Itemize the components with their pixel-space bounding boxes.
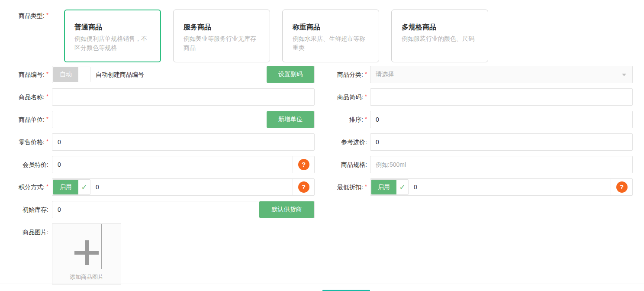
form-row: 商品单位:* 新增单位 排序:*: [0, 111, 644, 128]
card-service-product[interactable]: 服务商品 例如美业等服务行业无库存商品: [173, 10, 270, 62]
card-desc: 例如服装行业的颜色、尺码: [402, 34, 480, 43]
toggle-label: 启用: [53, 180, 78, 194]
label-text: 初始库存:: [23, 206, 48, 213]
points-mode-field: 启用 ✓ ?: [52, 178, 315, 196]
product-form: 商品类型:* 普通商品 例如便利店单规格销售，不区分颜色等规格 服务商品 例如美…: [0, 0, 644, 285]
spec-input[interactable]: [370, 156, 632, 173]
required-mark: *: [46, 12, 48, 18]
sort-label: 排序:*: [315, 111, 367, 128]
spec-label: 商品规格:: [315, 156, 367, 173]
label-text: 参考进价:: [341, 139, 367, 146]
required-mark: *: [365, 116, 367, 122]
label-text: 商品简码:: [337, 94, 363, 100]
form-row: 商品编号:* 自动 设置副码 商品分类:* 请选择: [0, 66, 644, 83]
member-price-input[interactable]: [52, 156, 293, 173]
label-text: 商品类型:: [19, 12, 45, 19]
sort-input[interactable]: [370, 111, 632, 128]
card-weighed-product[interactable]: 称重商品 例如水果店、生鲜超市等称重类: [282, 10, 379, 62]
reference-price-input-group: [370, 133, 633, 151]
unit-field: 新增单位: [52, 111, 315, 128]
short-code-input-group: [370, 88, 633, 106]
required-mark: *: [365, 93, 367, 100]
min-discount-field: 启用 ✓ ?: [370, 178, 633, 196]
help-icon[interactable]: ?: [298, 159, 309, 170]
retail-price-field: [52, 133, 315, 151]
product-name-input[interactable]: [52, 89, 314, 105]
sort-input-group: [370, 111, 633, 128]
category-label: 商品分类:*: [315, 66, 367, 83]
card-desc: 例如水果店、生鲜超市等称重类: [293, 34, 371, 52]
toggle-label: 自动: [53, 67, 78, 82]
product-image-row: 商品图片: 添加商品图片: [0, 223, 644, 285]
points-mode-input[interactable]: [90, 179, 293, 195]
label-text: 商品分类:: [337, 71, 363, 78]
unit-input-group: 新增单位: [52, 111, 315, 128]
product-code-label: 商品编号:*: [0, 66, 48, 83]
form-row: 会员特价: ? 商品规格:: [0, 156, 644, 173]
plus-icon: [85, 240, 89, 265]
default-supplier-button[interactable]: 默认供货商: [259, 201, 314, 218]
label-text: 商品名称:: [19, 94, 45, 100]
min-discount-input-group: 启用 ✓ ?: [370, 178, 633, 196]
required-mark: *: [365, 183, 367, 190]
initial-stock-field: 默认供货商: [52, 201, 315, 218]
member-price-input-group: ?: [52, 156, 315, 173]
initial-stock-input-group: 默认供货商: [52, 201, 315, 218]
sort-field: [370, 111, 633, 128]
help-icon[interactable]: ?: [298, 181, 309, 193]
label-text: 会员特价:: [23, 161, 48, 168]
card-title: 服务商品: [184, 23, 262, 32]
retail-price-input[interactable]: [52, 134, 314, 150]
vertical-line: [101, 224, 102, 269]
form-row: 积分方式:* 启用 ✓ ? 最低折扣:* 启用 ✓: [0, 178, 644, 196]
member-price-label: 会员特价:: [0, 156, 48, 173]
product-code-input-group: 自动 设置副码: [52, 66, 315, 83]
product-type-cards: 普通商品 例如便利店单规格销售，不区分颜色等规格 服务商品 例如美业等服务行业无…: [64, 10, 500, 62]
check-icon: ✓: [396, 180, 408, 194]
card-desc: 例如便利店单规格销售，不区分颜色等规格: [74, 34, 153, 52]
auto-code-toggle[interactable]: 自动: [53, 67, 90, 82]
min-discount-toggle[interactable]: 启用 ✓: [371, 179, 409, 195]
form-row: 零售价格:* 参考进价:: [0, 133, 644, 151]
input-append: ?: [293, 179, 314, 195]
upload-image-box[interactable]: 添加商品图片: [52, 223, 121, 285]
card-multi-spec-product[interactable]: 多规格商品 例如服装行业的颜色、尺码: [391, 10, 488, 62]
label-text: 排序:: [349, 116, 363, 123]
product-name-label: 商品名称:*: [0, 88, 48, 106]
product-name-input-group: [52, 88, 315, 106]
min-discount-input[interactable]: [409, 179, 611, 195]
product-name-field: [52, 88, 315, 106]
input-append: ?: [611, 179, 632, 195]
reference-price-label: 参考进价:: [315, 133, 367, 151]
add-unit-button[interactable]: 新增单位: [267, 111, 314, 128]
unit-label: 商品单位:*: [0, 111, 48, 128]
set-subcode-button[interactable]: 设置副码: [267, 66, 314, 83]
product-code-field: 自动 设置副码: [52, 66, 315, 83]
form-row: 商品名称:* 商品简码:*: [0, 88, 644, 106]
toggle-knob: [78, 67, 90, 82]
required-mark: *: [46, 183, 48, 190]
card-normal-product[interactable]: 普通商品 例如便利店单规格销售，不区分颜色等规格: [64, 10, 161, 62]
card-title: 多规格商品: [402, 23, 480, 32]
select-placeholder: 请选择: [370, 71, 632, 78]
reference-price-input[interactable]: [370, 134, 632, 150]
product-type-label: 商品类型:*: [0, 10, 48, 62]
short-code-label: 商品简码:*: [315, 88, 367, 106]
points-mode-toggle[interactable]: 启用 ✓: [53, 179, 90, 195]
label-text: 商品单位:: [19, 116, 45, 123]
required-mark: *: [46, 93, 48, 100]
label-text: 商品图片:: [23, 229, 48, 236]
initial-stock-label: 初始库存:: [0, 201, 48, 218]
label-text: 积分方式:: [19, 184, 45, 191]
check-icon: ✓: [78, 180, 90, 194]
card-title: 称重商品: [293, 23, 371, 32]
product-image-label: 商品图片:: [0, 223, 48, 285]
help-icon[interactable]: ?: [616, 181, 628, 193]
min-discount-label: 最低折扣:*: [315, 178, 367, 196]
category-select[interactable]: 请选择: [370, 66, 633, 83]
category-field: 请选择: [370, 66, 633, 83]
points-mode-label: 积分方式:*: [0, 178, 48, 196]
card-title: 普通商品: [74, 23, 153, 32]
short-code-input[interactable]: [370, 89, 632, 105]
chevron-down-icon: [622, 74, 626, 76]
